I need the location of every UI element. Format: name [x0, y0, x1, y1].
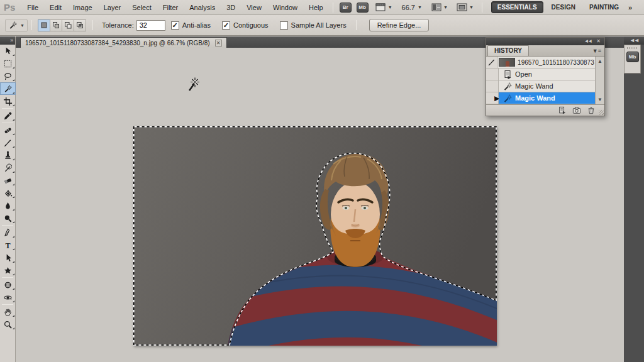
dodge-icon	[3, 214, 13, 223]
history-brush-source-well[interactable]	[486, 80, 499, 92]
history-panel: ◄◄ ✕ HISTORY ▼≡ 196570_1015118073308738.…	[486, 37, 605, 116]
tool-zoom[interactable]	[0, 318, 16, 331]
tool-eraser[interactable]	[0, 174, 16, 187]
tool-magic-wand[interactable]	[0, 82, 16, 95]
main-area: ›› T 196570_10151180733087384_54293830_n…	[0, 36, 644, 362]
menu-3d[interactable]: 3D	[221, 2, 241, 13]
bridge-button[interactable]: Br	[340, 3, 352, 13]
drag-grip-icon[interactable]	[627, 47, 638, 49]
tool-blur[interactable]	[0, 199, 16, 212]
history-state-magic-wand[interactable]: ▶Magic Wand	[486, 92, 604, 104]
menu-file[interactable]: File	[21, 2, 44, 13]
tool-pen[interactable]	[0, 226, 16, 239]
tool-3d-rotate[interactable]	[0, 278, 16, 291]
blur-icon	[3, 201, 13, 211]
tool-eyedropper[interactable]	[0, 109, 16, 122]
zoom-level-control[interactable]: 66.7 ▼	[402, 4, 422, 11]
tool-3d-orbit[interactable]	[0, 291, 16, 304]
add-to-selection-button[interactable]	[50, 19, 62, 31]
collapse-to-icons-icon[interactable]: ◄◄	[584, 39, 591, 44]
history-scrollbar[interactable]: ▲ ▼	[595, 57, 604, 104]
menu-edit[interactable]: Edit	[44, 2, 67, 13]
mini-bridge-panel-button[interactable]: Mb	[626, 52, 639, 62]
history-snapshot-row[interactable]: 196570_1015118073308738...	[486, 57, 604, 69]
hand-icon	[3, 307, 13, 317]
tool-path-selection[interactable]	[0, 251, 16, 264]
tool-crop[interactable]	[0, 95, 16, 107]
document-tab[interactable]: 196570_10151180733087384_54293830_n.jpg …	[20, 37, 227, 48]
main-menu: FileEditImageLayerSelectFilterAnalysis3D…	[21, 2, 328, 13]
new-snapshot-icon[interactable]	[572, 106, 581, 114]
tool-history-brush[interactable]	[0, 162, 16, 174]
close-icon[interactable]: ✕	[215, 40, 222, 47]
history-brush-source-well[interactable]	[486, 57, 497, 68]
tolerance-input[interactable]	[136, 20, 165, 31]
new-selection-button[interactable]	[38, 19, 50, 31]
menu-image[interactable]: Image	[67, 2, 98, 13]
tool-rectangular-marquee[interactable]	[0, 57, 16, 70]
tool-clone-stamp[interactable]	[0, 149, 16, 162]
refine-edge-button[interactable]: Refine Edge...	[369, 19, 430, 31]
history-brush-icon	[487, 58, 496, 67]
tool-list: T	[0, 45, 15, 331]
contiguous-label: Contiguous	[233, 21, 269, 29]
open-doc-icon	[502, 70, 513, 79]
menu-analysis[interactable]: Analysis	[184, 2, 221, 13]
document-tab-title: 196570_10151180733087384_54293830_n.jpg …	[25, 40, 210, 47]
magic-wand-cursor	[184, 76, 201, 92]
tools-panel-collapse-icon[interactable]: ››	[0, 36, 15, 45]
new-document-from-state-icon[interactable]	[558, 106, 567, 114]
3d-orbit-icon	[3, 293, 13, 302]
view-extras-button[interactable]: ▼	[375, 3, 392, 11]
tool-move[interactable]	[0, 45, 16, 57]
antialias-checkbox[interactable]: ✓ Anti-alias	[171, 21, 211, 30]
chevron-down-icon: ▼	[443, 5, 448, 9]
tool-lasso[interactable]	[0, 70, 16, 82]
checkbox-box[interactable]: ✓	[171, 21, 179, 30]
menu-help[interactable]: Help	[303, 2, 329, 13]
tool-preset-picker[interactable]: ▼	[5, 19, 28, 32]
history-state-open[interactable]: Open	[486, 69, 604, 80]
tool-group-divider	[2, 225, 13, 226]
menu-window[interactable]: Window	[267, 2, 303, 13]
workspace-essentials[interactable]: ESSENTIALS	[491, 1, 543, 13]
close-icon[interactable]: ✕	[596, 39, 601, 44]
resize-grip[interactable]	[599, 110, 604, 115]
tool-dodge[interactable]	[0, 212, 16, 224]
menu-layer[interactable]: Layer	[98, 2, 127, 13]
contiguous-checkbox[interactable]: ✓ Contiguous	[222, 21, 269, 30]
tool-custom-shape[interactable]	[0, 264, 16, 277]
scroll-down-icon[interactable]: ▼	[597, 97, 602, 102]
tool-hand[interactable]	[0, 305, 16, 318]
tool-gradient[interactable]	[0, 187, 16, 199]
menu-filter[interactable]: Filter	[157, 2, 184, 13]
divider	[356, 20, 357, 30]
menu-select[interactable]: Select	[126, 2, 157, 13]
checkbox-box[interactable]: ✓	[222, 21, 230, 30]
history-state-magic-wand[interactable]: Magic Wand	[486, 80, 604, 92]
tool-group-divider	[2, 277, 13, 278]
menu-view[interactable]: View	[241, 2, 267, 13]
history-tab[interactable]: HISTORY	[487, 45, 529, 56]
tool-brush[interactable]	[0, 136, 16, 149]
tool-type[interactable]: T	[0, 239, 16, 251]
move-icon	[3, 47, 13, 56]
dock-collapse-icon[interactable]: ◄◄	[624, 36, 644, 45]
sample-all-layers-checkbox[interactable]: Sample All Layers	[280, 21, 347, 30]
tool-spot-healing-brush[interactable]	[0, 124, 16, 136]
subtract-from-selection-button[interactable]	[62, 19, 74, 31]
workspace-overflow-icon[interactable]: »	[628, 4, 632, 11]
history-brush-source-well[interactable]	[486, 69, 499, 80]
delete-state-trash-icon[interactable]	[587, 106, 596, 114]
panel-menu-icon[interactable]: ▼≡	[592, 48, 604, 56]
checkbox-box[interactable]	[280, 21, 288, 30]
workspace-design[interactable]: DESIGN	[546, 2, 581, 13]
workspace-painting[interactable]: PAINTING	[584, 2, 625, 13]
intersect-selection-button[interactable]	[74, 19, 86, 31]
scroll-up-icon[interactable]: ▲	[597, 58, 602, 64]
arrange-documents-button[interactable]: ▼	[431, 3, 448, 11]
history-panel-titlebar[interactable]: ◄◄ ✕	[486, 38, 604, 45]
mini-bridge-button[interactable]: Mb	[357, 3, 369, 13]
screen-mode-button[interactable]: ▼	[457, 3, 474, 11]
canvas-image[interactable]	[133, 126, 497, 346]
